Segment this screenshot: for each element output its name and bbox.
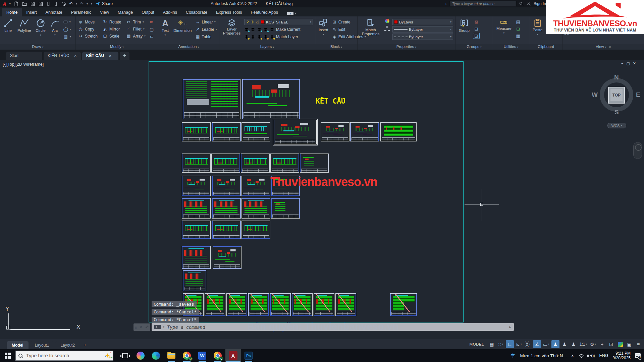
sign-in-label[interactable]: Sign In: [534, 1, 546, 6]
viewcube-south[interactable]: S: [614, 109, 619, 116]
layer-properties-button[interactable]: Layer Properties: [221, 18, 242, 44]
notification-center-icon[interactable]: 2: [635, 353, 641, 358]
weather-text[interactable]: Mưa 1 cm vào Thứ N...: [520, 353, 567, 358]
annotation-panel-label[interactable]: Annotation▾: [158, 44, 219, 50]
language-indicator[interactable]: ENG: [599, 353, 608, 358]
measure-button[interactable]: Measure ▾: [495, 18, 513, 44]
drawing-area[interactable]: [-][Top][2D Wireframe] − ▢ ✕ KẾT CẤU Thu…: [0, 60, 644, 339]
drawing-sheet[interactable]: [212, 176, 241, 196]
drawing-sheet[interactable]: [242, 79, 300, 119]
drawing-sheet[interactable]: [183, 79, 240, 119]
workspace-settings-toggle[interactable]: ⚙▾: [589, 340, 597, 348]
search-icon[interactable]: [519, 1, 524, 6]
command-window-handle[interactable]: ⣿ ✕: [133, 323, 150, 331]
match-properties-button[interactable]: Match Properties: [360, 18, 382, 44]
open-from-web-mobile-icon[interactable]: [46, 1, 51, 6]
layer-unlock-all-icon[interactable]: [263, 35, 268, 39]
object-color-select[interactable]: ByLayer ▾: [392, 19, 453, 25]
minimize-icon[interactable]: −: [621, 61, 623, 66]
annotation-visibility-toggle[interactable]: ♟: [551, 340, 559, 348]
drawing-sheet[interactable]: [241, 221, 270, 239]
drawing-sheet[interactable]: [213, 246, 241, 269]
line-button[interactable]: Line: [2, 18, 14, 44]
hidden-icons-chevron-icon[interactable]: ∧: [571, 354, 574, 358]
drawing-sheet[interactable]: [321, 122, 350, 141]
drawing-sheet[interactable]: [292, 293, 313, 316]
snap-mode-toggle[interactable]: ∷▾: [497, 340, 505, 348]
ribbon-tab-manage[interactable]: Manage: [113, 8, 137, 16]
ribbon-tab-annotate[interactable]: Annotate: [41, 8, 67, 16]
drawing-sheet[interactable]: [212, 221, 241, 239]
leader-button[interactable]: ↗Leader▾: [195, 26, 217, 33]
hardware-acceleration-toggle[interactable]: [616, 340, 624, 348]
ribbon-overflow-icon[interactable]: »: [609, 45, 611, 49]
recent-commands-caret-icon[interactable]: ▾: [163, 325, 164, 328]
block-panel-label[interactable]: Block▾: [315, 44, 357, 50]
help-search-input[interactable]: [450, 1, 516, 6]
save-icon[interactable]: [30, 1, 35, 6]
drawing-sheet[interactable]: [380, 122, 417, 141]
drawing-sheet[interactable]: [226, 293, 247, 316]
modify-panel-label[interactable]: Modify▾: [76, 44, 158, 50]
layer-on-all-icon[interactable]: [244, 35, 249, 39]
mirror-button[interactable]: ◭Mirror: [102, 26, 121, 32]
match-layer-button[interactable]: Match Layer: [276, 35, 298, 39]
viewcube-top-face[interactable]: TOP: [608, 87, 625, 104]
taskbar-app-copilot[interactable]: [133, 349, 148, 362]
trim-button[interactable]: ✂Trim▾: [126, 19, 146, 24]
autocad-logo-icon[interactable]: A: [3, 1, 6, 7]
rotate-button[interactable]: ↻Rotate: [102, 19, 121, 24]
drawing-sheet[interactable]: [270, 154, 299, 173]
layers-panel-label[interactable]: Layers▾: [219, 44, 315, 50]
new-drawing-icon[interactable]: [14, 1, 19, 6]
command-bar[interactable]: >_ ▾ ▸: [152, 323, 514, 331]
taskbar-app-task-view[interactable]: [117, 349, 133, 362]
text-button[interactable]: A Text ▾: [160, 18, 170, 44]
taskbar-app-word[interactable]: W: [195, 349, 210, 362]
taskbar-app-edge[interactable]: [148, 349, 164, 362]
ellipse-button[interactable]: ◯▾: [63, 26, 71, 33]
view-panel-label[interactable]: View▾»: [563, 44, 644, 50]
linear-dimension-button[interactable]: ↔Linear▾: [195, 19, 217, 25]
customization-toggle[interactable]: ≡: [634, 340, 642, 348]
redo-caret-icon[interactable]: ▾: [87, 2, 88, 5]
properties-panel-label[interactable]: Properties▾: [358, 44, 455, 50]
copilot-spark-icon[interactable]: [105, 353, 110, 358]
group-selection-button[interactable]: ⊡: [473, 33, 480, 39]
open-drawing-icon[interactable]: [22, 1, 27, 6]
save-to-web-mobile-icon[interactable]: [54, 1, 58, 6]
drawing-sheet[interactable]: [241, 122, 270, 141]
ortho-mode-toggle[interactable]: ∟: [506, 340, 514, 348]
grid-display-toggle[interactable]: ▦: [488, 340, 496, 348]
navigation-bar[interactable]: [633, 142, 642, 159]
drawing-sheet[interactable]: [314, 293, 334, 316]
layout-tab-model[interactable]: Model: [7, 341, 29, 349]
explode-button[interactable]: ▢: [149, 26, 154, 33]
taskbar-app-autocad[interactable]: A: [225, 349, 241, 362]
utilities-panel-label[interactable]: Utilities▾: [493, 44, 529, 50]
undo-icon[interactable]: ↶: [69, 1, 73, 6]
viewcube-north[interactable]: N: [614, 74, 619, 81]
close-command-icon[interactable]: ✕: [139, 325, 142, 329]
drawing-sheet[interactable]: [183, 270, 206, 291]
command-expand-icon[interactable]: ▸: [509, 325, 511, 329]
hatch-button[interactable]: ▨▾: [63, 34, 71, 40]
annotation-scale-list-toggle[interactable]: ♟: [570, 340, 578, 348]
polyline-button[interactable]: Polyline: [16, 18, 32, 44]
drawing-sheet[interactable]: [182, 246, 211, 269]
close-tab-icon[interactable]: ✕: [109, 54, 111, 58]
file-tab-1[interactable]: KIẾN TRÚC✕: [44, 52, 81, 60]
wifi-icon[interactable]: [578, 354, 584, 358]
scale-button[interactable]: ⊡Scale: [102, 34, 121, 39]
dynamic-input-toggle[interactable]: ▭▾: [542, 340, 550, 348]
array-button[interactable]: ▦Array▾: [126, 34, 146, 39]
ribbon-tab-featured-apps[interactable]: Featured Apps: [247, 8, 282, 16]
arc-caret-icon[interactable]: ▾: [54, 33, 56, 37]
drawing-sheet[interactable]: [248, 293, 269, 316]
drawing-sheet[interactable]: [182, 154, 211, 173]
layer-freeze-icon[interactable]: [257, 27, 262, 32]
viewport-controls[interactable]: [-][Top][2D Wireframe]: [3, 62, 44, 67]
layer-isolate-icon[interactable]: [251, 27, 256, 32]
drawing-sheet[interactable]: [211, 154, 240, 173]
object-snap-toggle[interactable]: ∠: [533, 340, 541, 348]
